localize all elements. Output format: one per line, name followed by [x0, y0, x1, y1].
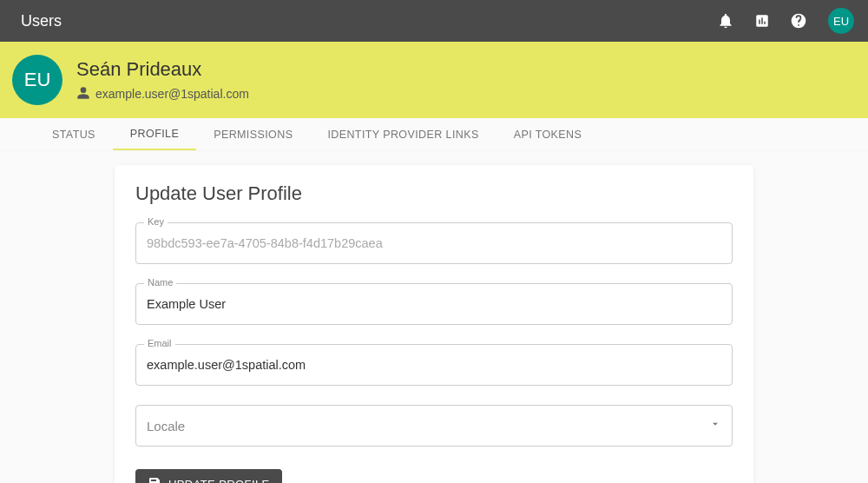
update-profile-button[interactable]: UPDATE PROFILE — [135, 469, 282, 483]
locale-placeholder: Locale — [147, 419, 709, 433]
user-avatar-small[interactable]: EU — [828, 8, 854, 34]
name-field: Name — [135, 283, 733, 325]
card-title: Update User Profile — [135, 182, 733, 205]
app-bar: Users EU — [0, 0, 868, 42]
page-title: Users — [21, 12, 715, 30]
save-icon — [148, 476, 161, 484]
tab-profile[interactable]: PROFILE — [113, 118, 196, 150]
user-full-name: Seán Prideaux — [76, 58, 249, 81]
name-label: Name — [144, 277, 176, 288]
user-email-text: example.user@1spatial.com — [95, 87, 249, 101]
chevron-down-icon — [709, 418, 721, 433]
email-input[interactable] — [147, 358, 721, 372]
profile-card: Update User Profile Key Name Email Local… — [115, 165, 753, 483]
help-icon[interactable] — [788, 10, 809, 31]
email-field: Email — [135, 344, 733, 386]
locale-field: Locale — [135, 405, 733, 447]
update-profile-label: UPDATE PROFILE — [168, 478, 270, 484]
person-icon — [76, 86, 90, 103]
user-email-row: example.user@1spatial.com — [76, 86, 249, 103]
key-field: Key — [135, 222, 733, 264]
name-input[interactable] — [147, 297, 721, 311]
key-input — [147, 236, 721, 250]
tab-api-tokens[interactable]: API TOKENS — [496, 118, 600, 150]
tab-identity-provider-links[interactable]: IDENTITY PROVIDER LINKS — [310, 118, 496, 150]
user-banner: EU Seán Prideaux example.user@1spatial.c… — [0, 42, 868, 118]
appbar-actions: EU — [715, 8, 854, 34]
content-area: Update User Profile Key Name Email Local… — [0, 151, 868, 483]
chart-icon[interactable] — [752, 10, 773, 31]
email-label: Email — [144, 338, 175, 348]
banner-text: Seán Prideaux example.user@1spatial.com — [76, 58, 249, 103]
tab-bar: STATUS PROFILE PERMISSIONS IDENTITY PROV… — [0, 118, 868, 151]
key-label: Key — [144, 216, 168, 227]
tab-permissions[interactable]: PERMISSIONS — [196, 118, 310, 150]
tab-status[interactable]: STATUS — [35, 118, 113, 150]
locale-select[interactable]: Locale — [135, 405, 733, 447]
user-avatar-large: EU — [12, 55, 62, 105]
bell-icon[interactable] — [715, 10, 736, 31]
